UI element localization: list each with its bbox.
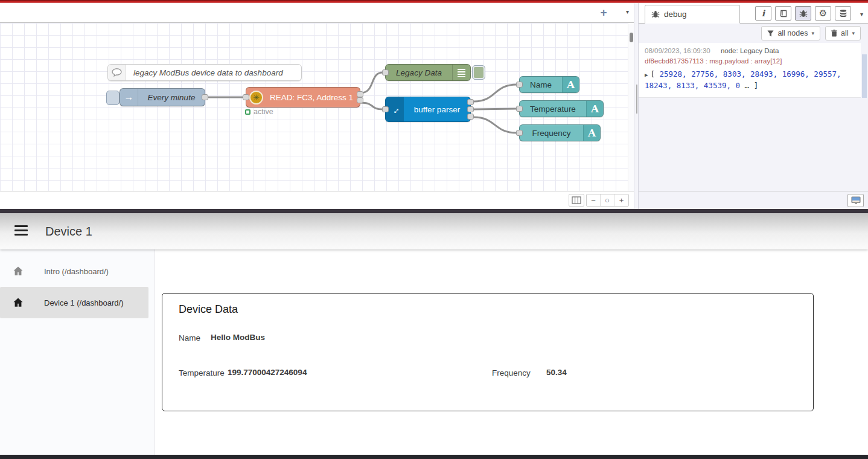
trash-icon <box>831 30 837 37</box>
field-temperature-value: 199.77000427246094 <box>228 368 307 377</box>
zoom-out-button[interactable]: − <box>587 194 601 206</box>
home-icon <box>12 297 24 309</box>
nav-item-device-1[interactable]: Device 1 (/dashboard/) <box>0 287 148 318</box>
config-nodes-tab-button[interactable]: ⚙ <box>815 6 831 21</box>
text-a-icon: A <box>586 101 603 117</box>
device-data-card: Device Data Name Hello ModBus Temperatur… <box>162 293 814 411</box>
debug-toolbar: all nodes ▾ all ▾ <box>639 24 868 43</box>
buffer-parser-node-label: buffer parser <box>404 97 470 121</box>
add-flow-button[interactable]: + <box>596 6 611 19</box>
inject-trigger-button[interactable] <box>106 91 120 105</box>
debug-scrollbar-thumb[interactable] <box>862 54 867 98</box>
clear-messages-button[interactable]: all ▾ <box>825 26 861 40</box>
flow-canvas-pane: + ▾ <box>0 3 634 209</box>
database-icon <box>839 9 847 18</box>
modbus-read-output-port-1[interactable] <box>357 91 363 97</box>
ui-text-node-name[interactable]: Name A <box>519 76 579 93</box>
filter-nodes-button[interactable]: all nodes ▾ <box>761 26 820 40</box>
debug-message[interactable]: 08/09/2023, 16:09:30 node: Legacy Data d… <box>639 43 861 98</box>
context-data-tab-button[interactable] <box>835 6 851 21</box>
modbus-read-output-port-2[interactable] <box>357 97 363 103</box>
message-source-node[interactable]: node: Legacy Data <box>721 47 779 54</box>
sidebar-resize-handle[interactable] <box>634 3 639 209</box>
funnel-icon <box>767 30 774 37</box>
home-icon <box>12 265 24 277</box>
modbus-read-node[interactable]: ✳ READ: FC3, Address 1 <box>246 87 360 108</box>
status-text: active <box>254 108 273 116</box>
debug-tab-button[interactable] <box>795 6 811 21</box>
buffer-parser-output-port-2[interactable] <box>467 106 474 112</box>
filter-nodes-label: all nodes <box>777 29 808 37</box>
dashboard-nav: Intro (/dashboard/) Device 1 (/dashboard… <box>0 249 155 455</box>
help-tab-button[interactable] <box>775 6 791 21</box>
field-frequency-value: 50.34 <box>546 368 567 377</box>
debug-node-label: Legacy Data <box>386 65 452 80</box>
zoom-in-button[interactable]: + <box>614 194 628 206</box>
node-red-editor: + ▾ <box>0 3 868 209</box>
sidebar-icon-buttons: i <box>755 6 851 21</box>
debug-node-legacy-data[interactable]: Legacy Data <box>385 64 471 81</box>
debug-console-icon <box>452 65 470 80</box>
dashboard-header: Device 1 <box>0 213 868 249</box>
canvas-scrollbar-thumb[interactable] <box>630 33 633 42</box>
debug-message-list[interactable]: 08/09/2023, 16:09:30 node: Legacy Data d… <box>639 43 868 191</box>
field-name-label: Name <box>179 333 200 342</box>
workspace-tabbar: + ▾ <box>0 3 634 23</box>
comment-node-label: legacy ModBus device data to dashboard <box>126 65 301 80</box>
debug-sidebar: debug i <box>639 3 868 209</box>
nav-item-label: Device 1 (/dashboard/) <box>44 298 124 307</box>
nav-item-intro[interactable]: Intro (/dashboard/) <box>0 255 155 287</box>
debug-toggle-button[interactable] <box>472 65 485 80</box>
open-debug-window-button[interactable] <box>847 194 864 207</box>
map-icon <box>572 196 581 204</box>
buffer-parser-node[interactable]: ↔ buffer parser <box>385 97 471 122</box>
nav-item-label: Intro (/dashboard/) <box>44 267 109 276</box>
ui-text-node-frequency[interactable]: Frequency A <box>519 124 601 141</box>
modbus-read-input-port[interactable] <box>243 94 249 100</box>
ui-text-name-label: Name <box>520 77 562 92</box>
ui-text-name-input-port[interactable] <box>516 82 523 88</box>
info-icon: i <box>762 8 765 18</box>
book-icon <box>779 10 788 18</box>
zoom-reset-button[interactable]: ○ <box>601 194 614 206</box>
menu-hamburger-icon[interactable] <box>14 225 28 236</box>
sidebar-footer <box>639 191 868 209</box>
window-bottom-edge <box>0 455 868 459</box>
sidebar-menu-caret-icon[interactable]: ▾ <box>860 11 863 18</box>
ui-text-temperature-input-port[interactable] <box>516 106 523 112</box>
navigator-map-button[interactable] <box>569 194 584 207</box>
modbus-read-status: active <box>245 108 273 116</box>
debug-node-input-port[interactable] <box>382 69 389 75</box>
buffer-parser-output-port-3[interactable] <box>467 114 474 120</box>
inject-node[interactable]: → Every minute <box>120 88 205 106</box>
dashboard-main: Device Data Name Hello ModBus Temperatur… <box>155 249 868 455</box>
status-square-icon <box>245 109 251 115</box>
node-red-dashboard: Device 1 Intro (/dashboard/) Device 1 (/… <box>0 213 868 455</box>
comment-node[interactable]: legacy ModBus device data to dashboard <box>107 64 302 81</box>
window-divider <box>0 209 868 213</box>
tab-debug-label: debug <box>664 10 687 19</box>
resize-grip <box>636 85 637 114</box>
info-tab-button[interactable]: i <box>755 6 771 21</box>
workspace-list-caret-icon[interactable]: ▾ <box>626 8 629 15</box>
inject-output-port[interactable] <box>202 94 208 100</box>
dashboard-body: Intro (/dashboard/) Device 1 (/dashboard… <box>0 249 868 455</box>
buffer-parser-input-port[interactable] <box>382 106 389 112</box>
message-timestamp: 08/09/2023, 16:09:30 <box>645 47 710 54</box>
card-title: Device Data <box>179 303 238 316</box>
flow-canvas[interactable]: legacy ModBus device data to dashboard →… <box>0 23 628 191</box>
modbus-read-node-label: READ: FC3, Address 1 <box>263 88 360 107</box>
ui-text-temperature-label: Temperature <box>520 101 586 117</box>
field-frequency-label: Frequency <box>492 368 531 377</box>
buffer-parser-output-port-1[interactable] <box>467 99 474 105</box>
monitor-icon <box>851 196 861 205</box>
canvas-vertical-scrollbar[interactable] <box>628 23 634 191</box>
ui-text-node-temperature[interactable]: Temperature A <box>519 100 604 117</box>
sidebar-tabbar: debug i <box>639 3 868 24</box>
expand-arrow-icon[interactable]: ▶ <box>645 72 648 78</box>
message-payload[interactable]: ▶[ 25928, 27756, 8303, 28493, 16996, 295… <box>645 68 844 92</box>
ui-text-frequency-input-port[interactable] <box>516 130 523 136</box>
bug-icon <box>799 10 808 18</box>
clear-messages-label: all <box>841 29 849 37</box>
tab-debug[interactable]: debug <box>645 5 740 24</box>
